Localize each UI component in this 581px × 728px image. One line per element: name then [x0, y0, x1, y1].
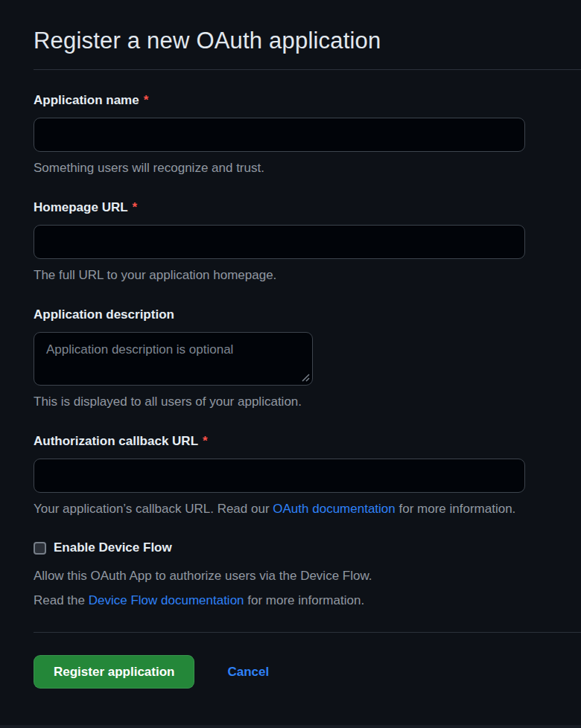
register-application-button[interactable]: Register application [34, 655, 194, 689]
application-description-group: Application description This is displaye… [34, 307, 581, 409]
homepage-url-input[interactable] [34, 225, 525, 259]
homepage-url-group: Homepage URL* The full URL to your appli… [34, 199, 581, 283]
enable-device-flow-label[interactable]: Enable Device Flow [54, 540, 172, 555]
homepage-url-label-text: Homepage URL [34, 200, 128, 214]
device-flow-help-line2: Read the Device Flow documentation for m… [34, 593, 581, 608]
application-name-label-text: Application name [34, 93, 139, 107]
application-name-input[interactable] [34, 118, 525, 152]
application-description-textarea[interactable] [34, 332, 313, 386]
form-actions: Register application Cancel [34, 655, 581, 689]
callback-url-help-text-before: Your application’s callback URL. Read ou… [34, 502, 273, 516]
callback-url-input[interactable] [34, 459, 525, 493]
device-flow-checkbox-row: Enable Device Flow [34, 540, 581, 555]
oauth-app-registration-page: Register a new OAuth application Applica… [0, 0, 581, 689]
required-asterisk: * [133, 200, 138, 214]
required-asterisk: * [203, 434, 208, 448]
enable-device-flow-checkbox[interactable] [34, 542, 46, 555]
device-flow-group: Enable Device Flow Allow this OAuth App … [34, 540, 581, 608]
textarea-resize-handle-icon[interactable] [301, 373, 310, 382]
application-name-label: Application name* [34, 92, 581, 108]
callback-url-help-text-after: for more information. [396, 502, 516, 516]
actions-divider [34, 632, 581, 633]
bottom-edge-strip [0, 725, 581, 728]
homepage-url-label: Homepage URL* [34, 199, 581, 215]
oauth-documentation-link[interactable]: OAuth documentation [273, 502, 395, 516]
homepage-url-help: The full URL to your application homepag… [34, 267, 581, 283]
cancel-link[interactable]: Cancel [227, 665, 269, 680]
callback-url-label-text: Authorization callback URL [34, 434, 198, 448]
device-flow-help-line1: Allow this OAuth App to authorize users … [34, 568, 581, 584]
required-asterisk: * [144, 93, 149, 107]
oauth-app-form: Application name* Something users will r… [34, 92, 581, 689]
page-title: Register a new OAuth application [34, 27, 581, 55]
device-flow-help-line2-before: Read the [34, 593, 89, 607]
application-description-textarea-wrap [34, 332, 313, 386]
application-description-label-text: Application description [34, 307, 174, 322]
callback-url-group: Authorization callback URL* Your applica… [34, 433, 581, 517]
application-description-label: Application description [34, 307, 581, 322]
callback-url-label: Authorization callback URL* [34, 433, 581, 449]
device-flow-help-line2-after: for more information. [244, 593, 365, 607]
application-description-help: This is displayed to all users of your a… [34, 394, 581, 409]
application-name-help: Something users will recognize and trust… [34, 160, 581, 176]
application-name-group: Application name* Something users will r… [34, 92, 581, 176]
callback-url-help: Your application’s callback URL. Read ou… [34, 501, 581, 517]
device-flow-documentation-link[interactable]: Device Flow documentation [89, 593, 244, 607]
title-divider [34, 69, 581, 70]
